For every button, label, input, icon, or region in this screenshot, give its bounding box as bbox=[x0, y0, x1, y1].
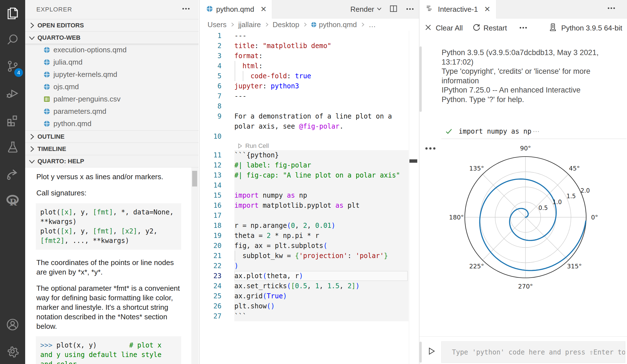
code-token: 1.5 bbox=[327, 282, 339, 290]
code-line-20: fig, ax = plt.subplots( bbox=[234, 241, 327, 251]
run-debug-icon bbox=[5, 86, 20, 100]
tab-interactive-1[interactable]: Interactive-1 ✕ bbox=[419, 0, 496, 18]
help-code-line: **kwargs) bbox=[40, 217, 181, 226]
executed-cell[interactable]: import numpy as np ⋯ bbox=[419, 125, 627, 138]
split-editor-icon[interactable] bbox=[389, 4, 398, 14]
tab-close-icon[interactable]: ✕ bbox=[484, 5, 491, 14]
activity-bar-item-settings-gear[interactable] bbox=[0, 338, 25, 364]
code-token: # plot x bbox=[129, 341, 162, 349]
sidebar-section-open-editors[interactable]: OPEN EDITORS bbox=[25, 19, 199, 31]
code-token: code-fold bbox=[251, 72, 287, 80]
activity-bar-item-run-debug[interactable] bbox=[0, 80, 25, 107]
editor-scrollbar-track[interactable] bbox=[409, 31, 409, 364]
code-token: true bbox=[295, 72, 311, 80]
python-interpreter-icon bbox=[549, 23, 557, 33]
file-row-execution-options.qmd[interactable]: execution-options.qmd bbox=[25, 44, 199, 56]
svg-text:R: R bbox=[10, 197, 17, 208]
r-tick-label: 0.5 bbox=[538, 205, 548, 211]
activity-bar-item-explorer[interactable] bbox=[0, 0, 25, 26]
help-scrollbar-track bbox=[191, 167, 199, 364]
theta-tick-label: 135° bbox=[469, 165, 484, 172]
activity-bar-item-source-control[interactable]: 4 bbox=[0, 53, 25, 80]
code-token: ) bbox=[299, 272, 303, 280]
tab-python-qmd[interactable]: python.qmd ✕ bbox=[200, 0, 272, 18]
code-line-16: import matplotlib.pyplot as plt bbox=[234, 200, 360, 211]
quarto-file-icon bbox=[44, 108, 50, 115]
activity-bar-item-r-lang[interactable]: R bbox=[0, 187, 25, 214]
file-row-julia.qmd[interactable]: julia.qmd bbox=[25, 56, 199, 68]
help-code-block: plot([x], y, [fmt], *, data=None,**kwarg… bbox=[36, 203, 181, 250]
sidebar-section-timeline[interactable]: TIMELINE bbox=[25, 143, 199, 155]
file-row-python.qmd[interactable]: python.qmd bbox=[25, 117, 199, 130]
code-token: ] bbox=[352, 282, 355, 290]
breadcrumb-item[interactable]: Users bbox=[208, 20, 227, 29]
code-token: 'projection' bbox=[299, 252, 347, 260]
run-cell-codelens[interactable]: Run Cell bbox=[237, 141, 269, 150]
clear-all-button[interactable]: Clear All bbox=[424, 23, 463, 33]
vscode-window: 4R EXPLORER OPEN EDITORSQUARTO-WEBOUTLIN… bbox=[0, 0, 627, 364]
sidebar-more-actions-icon[interactable] bbox=[180, 3, 194, 16]
file-row-palmer-penguins.csv[interactable]: palmer-penguins.csv bbox=[25, 93, 199, 105]
code-token: "matplotlib demo" bbox=[263, 42, 331, 50]
code-token: [fmt] bbox=[93, 208, 113, 216]
breadcrumb-item[interactable]: jjallaire bbox=[238, 20, 261, 29]
chevron-right-icon bbox=[27, 21, 36, 30]
activity-bar-item-quarto-share[interactable] bbox=[0, 160, 25, 187]
code-line-23: ax.plot(theta, r) bbox=[234, 271, 303, 281]
input-placeholder: Type 'python' code here and press ⇧Enter… bbox=[442, 348, 625, 356]
code-token: plt.show bbox=[234, 302, 267, 310]
restart-button[interactable]: Restart bbox=[472, 23, 507, 33]
breadcrumb-item[interactable]: Desktop bbox=[273, 20, 299, 29]
line-number: 11 bbox=[200, 150, 221, 160]
code-token: , ..., **kwargs) bbox=[65, 237, 129, 245]
sidebar-section-outline[interactable]: OUTLINE bbox=[25, 130, 199, 143]
code-token: , *, data=None, bbox=[113, 208, 174, 216]
output-cell-menu-icon[interactable] bbox=[425, 147, 435, 150]
file-label: python.qmd bbox=[53, 119, 91, 128]
activity-bar-item-extensions[interactable] bbox=[0, 107, 25, 133]
kernel-banner: Python 3.9.5 (v3.9.5:0a7dcbdb13, May 3 2… bbox=[442, 48, 626, 104]
help-paragraph: The coordinates of the points or line no… bbox=[36, 258, 174, 277]
code-token: format bbox=[234, 52, 259, 60]
sidebar-section-quarto-help[interactable]: QUARTO: HELP bbox=[25, 155, 199, 167]
code-token: , bbox=[307, 282, 315, 290]
line-number: 9 bbox=[200, 111, 221, 121]
code-token: title bbox=[234, 42, 254, 50]
breadcrumb-item[interactable]: … bbox=[369, 20, 376, 29]
run-input-icon[interactable] bbox=[428, 347, 436, 356]
code-token: : bbox=[259, 52, 263, 60]
cell-more-icon[interactable]: ⋯ bbox=[533, 125, 540, 138]
tab-close-icon[interactable]: ✕ bbox=[260, 5, 267, 14]
interactive-more-actions-icon[interactable] bbox=[606, 2, 619, 16]
activity-bar-item-search[interactable] bbox=[0, 26, 25, 53]
help-scrollbar-thumb[interactable] bbox=[192, 171, 197, 186]
code-token: as bbox=[287, 192, 295, 199]
input-scrollbar-thumb[interactable] bbox=[419, 342, 422, 363]
code-token: 2 bbox=[267, 232, 271, 240]
file-label: execution-options.qmd bbox=[53, 46, 127, 54]
line-number: 27 bbox=[200, 311, 221, 321]
file-row-parameters.qmd[interactable]: parameters.qmd bbox=[25, 105, 199, 117]
kernel-picker[interactable]: Python 3.9.5 64-bit bbox=[549, 23, 622, 33]
render-button[interactable]: Render bbox=[350, 5, 383, 14]
breadcrumb-item[interactable]: python.qmd bbox=[311, 20, 357, 29]
code-line-5: code-fold: true bbox=[234, 71, 311, 81]
code-token: 2 bbox=[303, 222, 307, 230]
activity-bar-item-account[interactable] bbox=[0, 311, 25, 338]
code-token: , y, bbox=[73, 227, 93, 235]
sidebar-section-quarto-web[interactable]: QUARTO-WEB bbox=[25, 31, 199, 44]
line-number: 18 bbox=[200, 221, 221, 231]
code-input-field[interactable]: Type 'python' code here and press ⇧Enter… bbox=[441, 341, 625, 363]
breadcrumb-separator-icon bbox=[360, 22, 366, 28]
file-label: ojs.qmd bbox=[53, 82, 79, 91]
code-token: #| fig-cap: "A line plot on a polar axis… bbox=[234, 171, 400, 179]
toolbar-more-icon[interactable] bbox=[518, 22, 529, 34]
help-code-line: plot([x], y, [fmt], [x2], y2, bbox=[40, 226, 181, 236]
output-scrollbar-thumb[interactable] bbox=[419, 46, 422, 112]
activity-bar-item-testing[interactable] bbox=[0, 133, 25, 160]
file-row-ojs.qmd[interactable]: ojs.qmd bbox=[25, 81, 199, 93]
code-token: : bbox=[348, 252, 356, 260]
file-row-jupyter-kernels.qmd[interactable]: jupyter-kernels.qmd bbox=[25, 68, 199, 81]
editor-more-actions-icon[interactable] bbox=[404, 3, 416, 15]
help-code-line: [fmt2], ..., **kwargs) bbox=[40, 236, 181, 245]
